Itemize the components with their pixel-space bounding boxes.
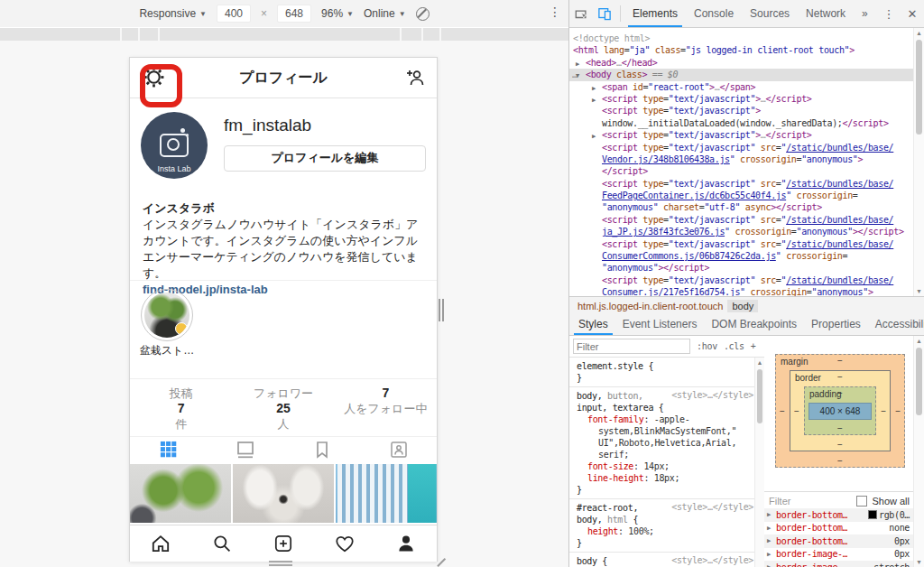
computed-property-row[interactable]: ▶border-image…stretch bbox=[764, 561, 914, 567]
edit-profile-button[interactable]: プロフィールを編集 bbox=[224, 145, 426, 172]
style-rule-line[interactable]: font-family: -apple- bbox=[575, 414, 759, 425]
style-rule-line[interactable]: } bbox=[575, 484, 759, 496]
scrollbar[interactable]: ▲ ▼ bbox=[913, 336, 924, 567]
device-type-select[interactable]: Responsive ▼ bbox=[139, 7, 207, 20]
device-resize-corner[interactable] bbox=[437, 558, 446, 567]
device-width-input[interactable] bbox=[217, 5, 251, 23]
elements-tree-line[interactable]: </script> bbox=[569, 165, 915, 177]
device-toolbar-menu-icon[interactable]: ⋮ bbox=[549, 5, 561, 19]
scrollbar[interactable]: ▲ bbox=[754, 358, 764, 567]
scrollbar-thumb[interactable] bbox=[916, 348, 922, 415]
scroll-down-icon[interactable]: ▼ bbox=[914, 559, 924, 565]
show-all-checkbox[interactable] bbox=[856, 496, 867, 507]
scrollbar-thumb[interactable] bbox=[916, 40, 922, 135]
elements-tree-line[interactable]: ConsumerCommons.js/06b87426c2da.js" cros… bbox=[569, 250, 915, 262]
expand-arrow-icon[interactable]: ▶ bbox=[767, 511, 771, 518]
elements-tree-line[interactable]: ▶<head>…</head> bbox=[569, 57, 915, 69]
tab-styles[interactable]: Styles bbox=[571, 313, 615, 335]
discover-people-icon[interactable] bbox=[405, 68, 425, 88]
breadcrumb-body[interactable]: body bbox=[727, 300, 758, 312]
close-icon[interactable]: ✕ bbox=[901, 3, 924, 24]
search-icon[interactable] bbox=[191, 525, 253, 562]
elements-tree-line[interactable]: <script type="text/javascript" src="/sta… bbox=[569, 142, 915, 153]
style-rule[interactable]: body {<style>…</style> bbox=[569, 553, 764, 567]
style-rule[interactable]: #react-root,<style>…</style>body, html {… bbox=[569, 499, 764, 553]
tab-dom-breakpoints[interactable]: DOM Breakpoints bbox=[704, 313, 804, 335]
elements-tree-line[interactable]: <script type="text/javascript" src="/sta… bbox=[569, 238, 915, 250]
elements-tree-line[interactable]: ▶<script type="text/javascript">…</scrip… bbox=[569, 93, 915, 105]
scroll-down-icon[interactable]: ▼ bbox=[914, 288, 924, 294]
more-tabs-icon[interactable]: » bbox=[854, 0, 876, 27]
throttling-select[interactable]: Online ▼ bbox=[364, 7, 406, 20]
tab-feed[interactable] bbox=[207, 440, 283, 460]
device-resize-handle-bottom[interactable] bbox=[269, 561, 292, 562]
elements-tree-line[interactable]: <script type="text/javascript" src="/sta… bbox=[569, 214, 915, 226]
photo-cat[interactable] bbox=[233, 464, 334, 523]
elements-tree-line[interactable]: ja_JP.js/38f43fc3e076.js" crossorigin="a… bbox=[569, 226, 915, 237]
scrollbar-thumb[interactable] bbox=[757, 369, 762, 423]
photo-bonsai[interactable] bbox=[130, 464, 231, 523]
style-rule-line[interactable]: font-size: 14px; bbox=[575, 460, 759, 472]
computed-property-row[interactable]: ▶border-bottom…rgb(0… bbox=[764, 508, 914, 522]
style-rule-line[interactable]: line-height: 18px; bbox=[575, 472, 759, 484]
style-rule-line[interactable]: system,BlinkMacSystemFont," bbox=[575, 425, 759, 437]
style-rule-line[interactable]: serif; bbox=[575, 449, 759, 460]
style-rule-line[interactable]: body, html { bbox=[575, 514, 759, 525]
expand-arrow-icon[interactable]: ▶ bbox=[767, 525, 771, 532]
elements-tree-line[interactable]: <!doctype html> bbox=[569, 33, 915, 44]
elements-tree-line[interactable]: <script type="text/javascript" src="/sta… bbox=[569, 178, 915, 190]
activity-heart-icon[interactable] bbox=[314, 525, 375, 562]
device-toolbar-toggle-icon[interactable] bbox=[593, 3, 616, 24]
elements-tree-line[interactable]: …▼<body class> == $0 bbox=[569, 69, 915, 80]
style-rule[interactable]: body, button,<style>…</style>input, text… bbox=[569, 387, 764, 499]
tab-elements[interactable]: Elements bbox=[624, 0, 686, 27]
tab-event-listeners[interactable]: Event Listeners bbox=[615, 313, 705, 335]
element-classes-toggle[interactable]: .cls bbox=[724, 341, 744, 351]
inspect-element-icon[interactable] bbox=[569, 3, 593, 24]
computed-filter-input[interactable]: Filter bbox=[769, 496, 790, 507]
stat-column[interactable]: 投稿7件 bbox=[130, 379, 232, 436]
elements-tree-line[interactable]: <script type="text/javascript"> bbox=[569, 105, 915, 116]
settings-gear-icon[interactable] bbox=[143, 66, 165, 88]
scrollbar[interactable]: ▲ ▼ bbox=[913, 28, 924, 296]
elements-tree-line[interactable]: ▶<span id="react-root">…</span> bbox=[569, 81, 915, 93]
story-highlight[interactable] bbox=[141, 289, 193, 341]
devtools-menu-icon[interactable]: ⋮ bbox=[877, 3, 901, 24]
elements-tree-line[interactable]: FeedPageContainer.js/dc6bc55c40f4.js" cr… bbox=[569, 190, 915, 201]
scroll-up-icon[interactable]: ▲ bbox=[755, 359, 764, 366]
photo-building[interactable] bbox=[336, 464, 437, 523]
stat-column[interactable]: フォロワー25人 bbox=[232, 379, 334, 436]
stat-column[interactable]: 7人をフォロー中 bbox=[335, 379, 437, 436]
new-style-rule-button[interactable]: + bbox=[751, 341, 756, 351]
computed-property-row[interactable]: ▶border-image-…0px bbox=[764, 548, 914, 562]
elements-tree-line[interactable]: <html lang="ja" class="js logged-in clie… bbox=[569, 44, 915, 56]
style-rule-line[interactable]: UI",Roboto,Helvetica,Arial, bbox=[575, 437, 759, 449]
computed-property-row[interactable]: ▶border-bottom…0px bbox=[764, 534, 914, 548]
style-rule-line[interactable]: input, textarea { bbox=[575, 402, 759, 414]
device-resize-handle-bottom[interactable] bbox=[269, 564, 292, 566]
avatar[interactable]: Insta Lab bbox=[141, 112, 208, 179]
style-rule[interactable]: element.style {} bbox=[569, 358, 764, 387]
expand-arrow-icon[interactable]: ▶ bbox=[767, 537, 771, 544]
style-rule-line[interactable]: } bbox=[575, 372, 759, 384]
style-rule-line[interactable]: } bbox=[575, 537, 759, 549]
breadcrumb-html[interactable]: html.js.logged-in.client-root.touch bbox=[573, 300, 727, 312]
expand-arrow-icon[interactable]: ▶ bbox=[767, 563, 771, 567]
profile-nav-icon[interactable] bbox=[375, 525, 437, 562]
elements-tree-line[interactable]: ▶<script type="text/javascript">…</scrip… bbox=[569, 129, 915, 141]
elements-tree-line[interactable]: "anonymous"></script> bbox=[569, 262, 915, 274]
tab-properties[interactable]: Properties bbox=[804, 313, 868, 335]
computed-property-row[interactable]: ▶border-bottom…none bbox=[764, 522, 914, 535]
device-resize-handle[interactable] bbox=[442, 299, 444, 321]
tab-sources[interactable]: Sources bbox=[742, 0, 798, 27]
device-height-input[interactable] bbox=[277, 5, 311, 23]
pseudo-state-toggle[interactable]: :hov bbox=[697, 341, 717, 351]
zoom-select[interactable]: 96% ▼ bbox=[321, 7, 354, 20]
style-rule-line[interactable]: height: 100%; bbox=[575, 525, 759, 537]
elements-tree-line[interactable]: window.__initialDataLoaded(window._share… bbox=[569, 117, 915, 129]
device-resize-handle[interactable] bbox=[439, 299, 440, 321]
elements-tree-line[interactable]: Vendor.js/348b8106438a.js" crossorigin="… bbox=[569, 153, 915, 165]
scroll-up-icon[interactable]: ▲ bbox=[914, 338, 924, 344]
expand-arrow-icon[interactable]: ▶ bbox=[767, 551, 771, 558]
tab-accessibility[interactable]: Accessibility bbox=[868, 313, 924, 335]
